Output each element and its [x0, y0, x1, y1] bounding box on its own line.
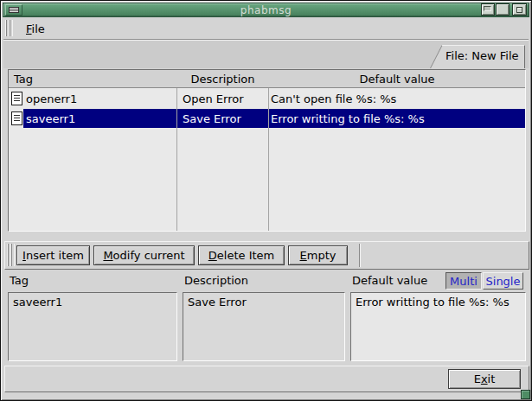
table-row[interactable]: saveerr1Save ErrorError writting to file…: [9, 109, 525, 129]
table-cell: openerr1: [26, 92, 77, 105]
table-cell: saveerr1: [26, 112, 75, 125]
multi-toggle-button[interactable]: Multi: [445, 272, 482, 290]
table-cell: Error writting to file %s: %s: [271, 112, 425, 125]
empty-button[interactable]: Empty: [288, 245, 348, 265]
table-row[interactable]: openerr1Open ErrorCan't open file %s: %s: [9, 89, 525, 109]
header-tag: Tag: [14, 73, 33, 86]
minimize-icon: [484, 6, 491, 11]
toolbar: Insert item Modify current Delete Item E…: [4, 241, 529, 270]
single-toggle-button[interactable]: Single: [483, 272, 523, 290]
minimize-button[interactable]: [481, 3, 495, 16]
restore-button[interactable]: [512, 3, 527, 16]
column-divider: [268, 70, 269, 231]
restore-icon: [516, 7, 522, 13]
table-header: Tag Description Default value: [9, 70, 525, 88]
message-table[interactable]: Tag Description Default value openerr1Op…: [8, 69, 526, 232]
text-document-icon: [11, 111, 22, 125]
menu-file[interactable]: File: [22, 21, 49, 37]
window-title: phabmsg: [3, 4, 529, 16]
resize-grip[interactable]: [521, 390, 530, 399]
description-field[interactable]: Save Error: [183, 292, 345, 361]
insert-item-button[interactable]: Insert item: [16, 245, 90, 265]
description-label: Description: [184, 274, 248, 287]
menubar: File: [3, 18, 529, 40]
modify-current-button[interactable]: Modify current: [93, 245, 195, 265]
tab-band: File: New File: [3, 40, 529, 68]
titlebar[interactable]: phabmsg: [3, 3, 529, 17]
default-value-label: Default value: [352, 274, 427, 287]
table-cell: Open Error: [183, 92, 244, 105]
toolbar-divider: [359, 244, 361, 267]
default-value-field[interactable]: Error writting to file %s: %s: [350, 292, 526, 361]
delete-item-button[interactable]: Delete Item: [198, 245, 285, 265]
table-cell: Save Error: [183, 112, 241, 125]
tag-label: Tag: [10, 274, 29, 287]
table-cell: Can't open file %s: %s: [271, 92, 396, 105]
tab-file-new-file[interactable]: File: New File: [425, 45, 525, 68]
app-window: phabmsg File File: New File Tag Descript…: [0, 0, 532, 401]
header-description: Description: [177, 73, 268, 86]
menubar-grip[interactable]: [5, 20, 13, 36]
tab-label: File: New File: [445, 49, 522, 62]
footer-bar: Exit: [4, 366, 529, 392]
toolbar-grip[interactable]: [7, 244, 15, 266]
header-default-value: Default value: [269, 73, 525, 86]
maximize-button[interactable]: [496, 3, 510, 16]
text-document-icon: [11, 92, 22, 105]
column-divider: [176, 70, 177, 231]
tag-field[interactable]: saveerr1: [8, 292, 177, 361]
exit-button[interactable]: Exit: [448, 369, 521, 389]
